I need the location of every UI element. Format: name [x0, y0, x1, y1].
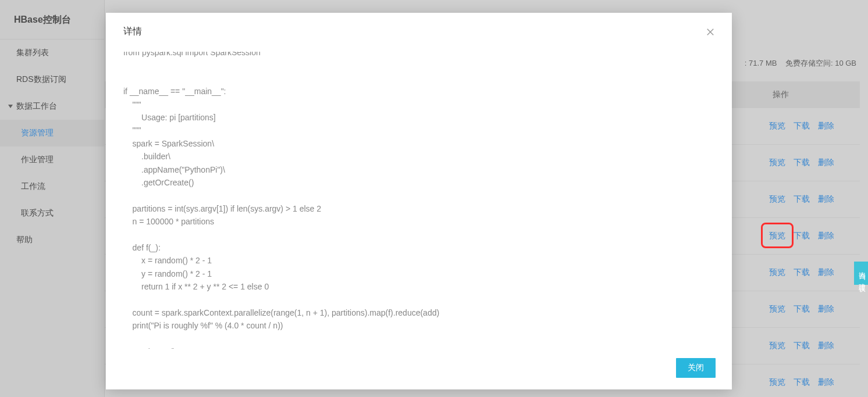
modal-body: from pyspark.sql import SparkSession if … [106, 46, 732, 349]
feedback-tab[interactable]: 咨询·建议 [854, 262, 868, 285]
close-button[interactable]: 关闭 [676, 358, 716, 378]
modal-footer: 关闭 [106, 349, 732, 389]
modal-title: 详情 [123, 26, 142, 38]
close-icon[interactable] [705, 27, 716, 37]
detail-modal: 详情 from pyspark.sql import SparkSession … [106, 13, 732, 389]
code-preview[interactable]: from pyspark.sql import SparkSession if … [123, 52, 714, 349]
modal-header: 详情 [106, 13, 732, 46]
